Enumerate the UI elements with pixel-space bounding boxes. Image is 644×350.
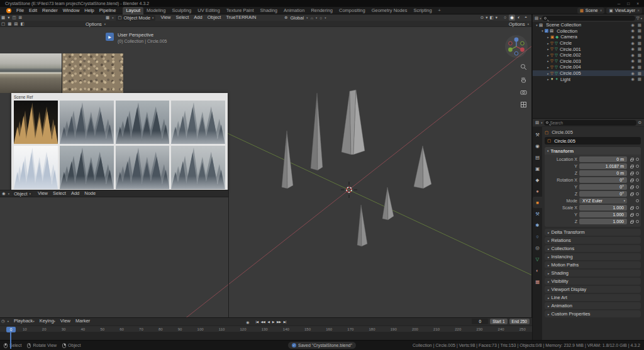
- shading-mode-icon[interactable]: ◓: [523, 14, 529, 21]
- properties-tab[interactable]: ○: [533, 231, 542, 242]
- lock-icon[interactable]: [629, 185, 634, 189]
- lock-icon[interactable]: [629, 165, 634, 168]
- expand-arrow-icon[interactable]: ▸: [546, 53, 550, 57]
- scene-unlink-icon[interactable]: ×: [600, 8, 602, 13]
- expand-arrow-icon[interactable]: ▸: [546, 47, 550, 51]
- outliner-item-label[interactable]: Light: [560, 77, 570, 82]
- outliner-item[interactable]: ▾ ✓ ▤ Scene Collection ◉ ▦: [533, 22, 644, 28]
- window-button[interactable]: ─: [618, 1, 621, 6]
- expand-arrow-icon[interactable]: ▾: [540, 29, 545, 33]
- workspace-tab[interactable]: Compositing: [336, 7, 369, 14]
- overlay-toggle-icon[interactable]: ⊙: [480, 15, 484, 20]
- properties-tab[interactable]: ◉: [533, 140, 542, 151]
- disable-render-icon[interactable]: ▦: [638, 35, 641, 40]
- hide-viewport-icon[interactable]: ◉: [631, 77, 635, 82]
- outliner-item-label[interactable]: Collection: [557, 28, 577, 34]
- workspace-tab[interactable]: Layout: [123, 7, 143, 14]
- image-editor-header-icon[interactable]: ⊞: [19, 15, 22, 20]
- auto-key-icon[interactable]: ◉: [246, 320, 249, 324]
- properties-tab[interactable]: ◆: [533, 174, 542, 185]
- value-field[interactable]: 1.000 ▾: [579, 219, 627, 224]
- hide-viewport-icon[interactable]: ◉: [631, 35, 635, 40]
- value-field[interactable]: 0° ▾: [579, 177, 627, 183]
- transport-button[interactable]: |◀: [255, 320, 258, 324]
- image-editor-header-icon[interactable]: ▾: [8, 15, 9, 20]
- zoom-icon[interactable]: [520, 63, 527, 70]
- workspace-tab[interactable]: UV Editing: [194, 7, 223, 14]
- properties-tab[interactable]: ◐: [533, 265, 542, 276]
- hide-viewport-icon[interactable]: ◉: [631, 53, 635, 58]
- collapsed-panel[interactable]: ▸ Shading: [545, 270, 641, 276]
- timeline-playhead[interactable]: 0: [6, 327, 16, 332]
- menubar-item[interactable]: Help: [82, 7, 96, 14]
- snap-magnet-icon[interactable]: ∩: [310, 16, 313, 20]
- object-name-field[interactable]: ▢ Circle.005: [545, 137, 641, 145]
- navigation-gizmo[interactable]: [504, 35, 528, 58]
- outliner-search[interactable]: [542, 16, 635, 21]
- crystal-reference-image[interactable]: [171, 146, 225, 189]
- shader-type-dropdown[interactable]: Object ▾: [12, 191, 33, 197]
- collapsed-panel[interactable]: ▸ Relations: [545, 237, 641, 244]
- expand-arrow-icon[interactable]: ▸: [546, 41, 550, 45]
- collapsed-panel[interactable]: ▸ Motion Paths: [545, 261, 641, 268]
- timeline-ruler[interactable]: 1020304050607080901001101201301401501601…: [0, 325, 532, 332]
- orientation-dropdown[interactable]: Global: [290, 15, 304, 21]
- tool-icon[interactable]: ▢: [1, 21, 5, 26]
- properties-tab[interactable]: ●: [533, 185, 542, 197]
- tool-icon[interactable]: ▦: [8, 21, 11, 26]
- window-button[interactable]: ×: [636, 1, 639, 6]
- outliner-item[interactable]: ▸ ✓ ▽ ▽ Circle.005 ◉ ▦: [533, 70, 644, 77]
- timeline-editor-icon[interactable]: ◷: [1, 319, 5, 324]
- proportional-edit-icon[interactable]: ○: [319, 16, 322, 20]
- disable-render-icon[interactable]: ▦: [638, 77, 641, 82]
- ortho-grid-icon[interactable]: [520, 101, 527, 108]
- scene-ref-board[interactable]: Scene Ref: [11, 93, 228, 191]
- disable-render-icon[interactable]: ▦: [638, 71, 641, 76]
- outliner-item-label[interactable]: Circle.001: [560, 46, 581, 52]
- outliner-search-input[interactable]: [548, 16, 633, 21]
- viewport-options-dropdown[interactable]: Options: [509, 21, 525, 27]
- value-field[interactable]: 0 m ▾: [579, 170, 627, 176]
- animate-dot[interactable]: [636, 178, 639, 182]
- frame-end-field[interactable]: End250: [509, 319, 530, 324]
- outliner-item[interactable]: ▸ ✓ ▽ ▽ Circle.001 ◉ ▦: [533, 46, 644, 52]
- crystal-mesh[interactable]: [282, 90, 431, 246]
- expand-arrow-icon[interactable]: ▾: [535, 23, 539, 27]
- menubar-item[interactable]: Pipeline: [97, 7, 119, 14]
- lock-icon[interactable]: [629, 158, 634, 161]
- collapsed-panel[interactable]: ▸ Line Art: [545, 294, 641, 301]
- shading-mode-icon[interactable]: ○: [502, 14, 508, 21]
- workspace-tab[interactable]: Geometry Nodes: [369, 7, 411, 14]
- shader-editor-menu[interactable]: Add: [69, 190, 82, 197]
- hide-viewport-icon[interactable]: ◉: [631, 23, 635, 28]
- outliner-item-label[interactable]: Circle.003: [560, 58, 581, 64]
- crystal-reference-image[interactable]: [116, 146, 170, 189]
- properties-tab[interactable]: ▦: [533, 276, 542, 287]
- value-field[interactable]: 0 m ▾: [579, 156, 627, 162]
- outliner-item[interactable]: ▾ ✓ ▤ Collection ◉ ▦: [533, 28, 644, 35]
- shader-editor-menu[interactable]: Node: [82, 190, 98, 197]
- value-field[interactable]: 1.0187 m ▾: [579, 163, 627, 169]
- scene-selector[interactable]: ▦ Scene ×: [577, 8, 605, 14]
- expand-arrow-icon[interactable]: ▸: [546, 77, 550, 81]
- hide-viewport-icon[interactable]: ◉: [631, 71, 635, 76]
- collection-checkbox[interactable]: ✓: [545, 29, 548, 33]
- properties-tab[interactable]: ✱: [533, 219, 542, 231]
- value-field[interactable]: 0° ▾: [579, 191, 627, 197]
- disable-render-icon[interactable]: ▦: [638, 28, 641, 33]
- transport-button[interactable]: ▶: [272, 320, 274, 324]
- shading-mode-icon[interactable]: ◉: [509, 14, 515, 21]
- timeline-menu[interactable]: Marker: [73, 317, 92, 325]
- menubar-item[interactable]: Window: [60, 7, 82, 14]
- frame-start-field[interactable]: Start1: [490, 319, 507, 324]
- disable-render-icon[interactable]: ▦: [638, 58, 641, 63]
- current-frame-field[interactable]: 0: [472, 319, 488, 324]
- outliner-item-label[interactable]: Circle: [560, 40, 572, 46]
- properties-tab[interactable]: ⚒: [533, 129, 542, 140]
- transport-button[interactable]: ◀◀: [261, 320, 265, 324]
- left-options-dropdown[interactable]: Options: [86, 21, 102, 27]
- animate-dot[interactable]: [636, 206, 639, 209]
- lock-icon[interactable]: [629, 213, 634, 217]
- shader-editor-icon[interactable]: ◉: [2, 191, 6, 196]
- crystal-reference-image[interactable]: [116, 101, 170, 144]
